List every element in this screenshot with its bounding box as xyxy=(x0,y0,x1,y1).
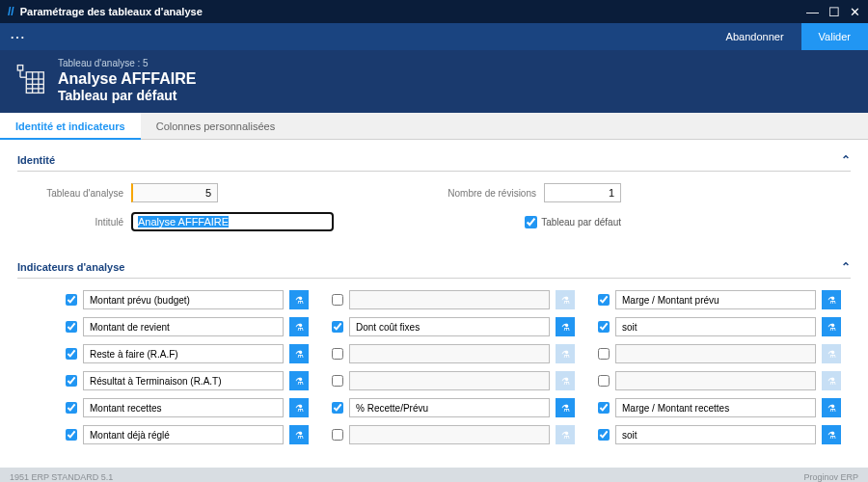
indicator-checkbox[interactable] xyxy=(332,402,343,414)
collapse-icon[interactable]: ⌃ xyxy=(841,260,851,274)
indicator-input[interactable] xyxy=(83,425,284,444)
indicator-input[interactable] xyxy=(83,317,284,336)
indicator-row: ⚗ xyxy=(332,371,575,390)
svg-rect-0 xyxy=(17,66,22,70)
indicator-row: ⚗ xyxy=(598,398,841,417)
indicator-row: ⚗ xyxy=(332,425,575,444)
window-title: Paramétrage des tableaux d'analyse xyxy=(20,6,806,17)
indicator-input[interactable] xyxy=(349,344,550,363)
indicator-input[interactable] xyxy=(615,290,816,309)
window-controls: — ☐ ✕ xyxy=(806,5,860,19)
validate-button[interactable]: Valider xyxy=(801,23,868,50)
indicator-input[interactable] xyxy=(349,425,550,444)
flask-icon[interactable]: ⚗ xyxy=(289,317,309,336)
flask-icon: ⚗ xyxy=(556,344,575,363)
section-indicators-header[interactable]: Indicateurs d'analyse ⌃ xyxy=(17,256,851,279)
flask-icon: ⚗ xyxy=(556,425,575,444)
indicator-checkbox[interactable] xyxy=(598,294,610,306)
header-subtitle: Tableau d'analyse : 5 xyxy=(58,58,196,68)
indicator-row: ⚗ xyxy=(66,344,309,363)
footer-right: Proginov ERP xyxy=(803,472,858,482)
collapse-icon[interactable]: ⌃ xyxy=(841,153,851,167)
maximize-icon[interactable]: ☐ xyxy=(828,5,840,19)
indicator-input[interactable] xyxy=(83,371,284,390)
section-identity-title: Identité xyxy=(17,154,841,166)
indicator-checkbox[interactable] xyxy=(66,429,77,441)
table-value-input xyxy=(131,183,218,202)
section-indicators-title: Indicateurs d'analyse xyxy=(17,261,841,273)
indicator-checkbox[interactable] xyxy=(332,375,343,387)
close-icon[interactable]: ✕ xyxy=(850,5,860,19)
indicator-input[interactable] xyxy=(83,290,284,309)
indicator-checkbox[interactable] xyxy=(66,402,77,414)
flask-icon[interactable]: ⚗ xyxy=(289,344,309,363)
minimize-icon[interactable]: — xyxy=(806,5,819,19)
indicator-checkbox[interactable] xyxy=(598,402,610,414)
flask-icon: ⚗ xyxy=(556,290,575,309)
default-checkbox-label: Tableau par défaut xyxy=(541,217,621,228)
flask-icon[interactable]: ⚗ xyxy=(289,425,309,444)
indicator-checkbox[interactable] xyxy=(598,321,610,333)
flask-icon[interactable]: ⚗ xyxy=(556,317,575,336)
toolbar: ⋯ Abandonner Valider xyxy=(0,23,868,50)
indicator-input[interactable] xyxy=(615,425,816,444)
indicator-checkbox[interactable] xyxy=(332,321,343,333)
page-header: Tableau d'analyse : 5 Analyse AFFFAIRE T… xyxy=(0,50,868,113)
indicators-grid: ⚗⚗⚗⚗⚗⚗⚗⚗⚗⚗⚗⚗⚗⚗⚗⚗⚗⚗ xyxy=(66,290,841,444)
indicator-input[interactable] xyxy=(83,398,284,417)
indicator-input[interactable] xyxy=(349,317,550,336)
intitule-label: Intitulé xyxy=(17,217,123,228)
titlebar: // Paramétrage des tableaux d'analyse — … xyxy=(0,0,868,23)
app-logo-slashes: // xyxy=(8,5,14,18)
indicator-row: ⚗ xyxy=(66,317,309,336)
section-identity-header[interactable]: Identité ⌃ xyxy=(17,149,851,172)
flask-icon[interactable]: ⚗ xyxy=(289,398,309,417)
indicator-checkbox[interactable] xyxy=(66,348,77,360)
flask-icon[interactable]: ⚗ xyxy=(822,317,841,336)
indicator-checkbox[interactable] xyxy=(332,429,343,441)
toolbar-menu-icon[interactable]: ⋯ xyxy=(0,28,709,46)
indicator-row: ⚗ xyxy=(66,290,309,309)
flask-icon[interactable]: ⚗ xyxy=(556,398,575,417)
indicator-checkbox[interactable] xyxy=(598,375,610,387)
default-checkbox-group[interactable]: Tableau par défaut xyxy=(525,216,621,228)
indicator-checkbox[interactable] xyxy=(66,375,77,387)
indicator-checkbox[interactable] xyxy=(332,294,343,306)
tabs: Identité et indicateurs Colonnes personn… xyxy=(0,113,868,140)
indicator-input[interactable] xyxy=(615,371,816,390)
flask-icon: ⚗ xyxy=(822,371,841,390)
content-area: Identité ⌃ Tableau d'analyse Nombre de r… xyxy=(0,140,868,468)
indicator-input[interactable] xyxy=(615,398,816,417)
flask-icon[interactable]: ⚗ xyxy=(822,425,841,444)
table-label: Tableau d'analyse xyxy=(17,188,123,199)
flask-icon: ⚗ xyxy=(822,344,841,363)
indicator-row: ⚗ xyxy=(66,371,309,390)
intitule-input[interactable] xyxy=(131,212,334,231)
section-identity: Identité ⌃ Tableau d'analyse Nombre de r… xyxy=(17,149,851,247)
indicator-checkbox[interactable] xyxy=(66,321,77,333)
abandon-button[interactable]: Abandonner xyxy=(709,23,801,50)
revisions-input[interactable] xyxy=(544,183,621,202)
indicator-input[interactable] xyxy=(83,344,284,363)
tab-identity[interactable]: Identité et indicateurs xyxy=(0,113,141,140)
header-title: Analyse AFFFAIRE xyxy=(58,70,196,88)
indicator-input[interactable] xyxy=(615,317,816,336)
flask-icon: ⚗ xyxy=(556,371,575,390)
section-indicators: Indicateurs d'analyse ⌃ ⚗⚗⚗⚗⚗⚗⚗⚗⚗⚗⚗⚗⚗⚗⚗⚗… xyxy=(17,256,851,450)
flask-icon[interactable]: ⚗ xyxy=(822,398,841,417)
indicator-row: ⚗ xyxy=(66,398,309,417)
flask-icon[interactable]: ⚗ xyxy=(289,371,309,390)
indicator-row: ⚗ xyxy=(598,425,841,444)
indicator-input[interactable] xyxy=(349,290,550,309)
default-checkbox[interactable] xyxy=(525,216,537,228)
indicator-checkbox[interactable] xyxy=(598,348,610,360)
indicator-input[interactable] xyxy=(349,398,550,417)
flask-icon[interactable]: ⚗ xyxy=(289,290,309,309)
tab-columns[interactable]: Colonnes personnalisées xyxy=(141,113,291,140)
indicator-checkbox[interactable] xyxy=(332,348,343,360)
flask-icon[interactable]: ⚗ xyxy=(822,290,841,309)
indicator-input[interactable] xyxy=(615,344,816,363)
indicator-checkbox[interactable] xyxy=(598,429,610,441)
indicator-checkbox[interactable] xyxy=(66,294,77,306)
indicator-input[interactable] xyxy=(349,371,550,390)
